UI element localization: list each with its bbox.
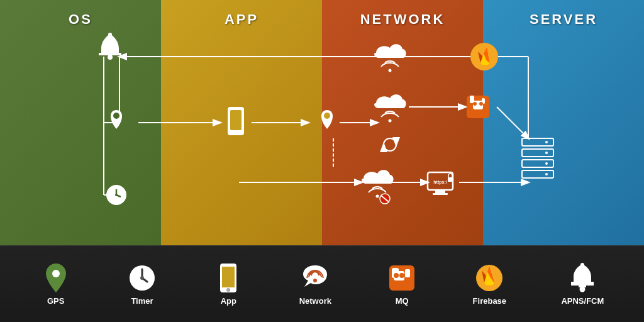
svg-point-58 <box>226 288 230 292</box>
col-os: OS <box>0 0 161 245</box>
legend-bar: GPS Timer App <box>0 245 644 322</box>
legend-item-gps: GPS <box>40 262 72 306</box>
col-os-header: OS <box>69 0 92 28</box>
legend-apns-icon-wrap <box>567 262 598 294</box>
svg-point-65 <box>399 273 404 278</box>
legend-mq-label: MQ <box>396 296 409 306</box>
svg-point-55 <box>140 276 144 280</box>
col-network-header: NETWORK <box>360 0 445 28</box>
col-server-header: SERVER <box>530 0 597 28</box>
apns-icon <box>569 263 596 293</box>
svg-point-59 <box>313 279 317 282</box>
col-app: APP <box>161 0 322 245</box>
svg-point-64 <box>394 273 399 278</box>
svg-point-51 <box>52 270 60 277</box>
network-icon <box>299 264 331 292</box>
legend-item-apns: APNS/FCM <box>561 262 604 306</box>
legend-network-label: Network <box>299 296 331 306</box>
legend-apns-label: APNS/FCM <box>561 296 604 306</box>
legend-mq-icon-wrap <box>386 262 418 294</box>
legend-app-icon-wrap <box>213 262 244 294</box>
mq-icon <box>388 264 416 292</box>
main-container: OS APP NETWORK SERVER <box>0 0 644 322</box>
legend-firebase-icon-wrap <box>474 262 505 294</box>
legend-item-mq: MQ <box>386 262 418 306</box>
legend-gps-icon-wrap <box>40 262 72 294</box>
legend-firebase-label: Firebase <box>473 296 506 306</box>
svg-point-68 <box>580 287 586 292</box>
legend-item-app: App <box>213 262 244 306</box>
legend-item-network: Network <box>299 262 331 306</box>
legend-item-firebase: Firebase <box>473 262 506 306</box>
firebase-legend-icon <box>475 264 503 292</box>
legend-timer-label: Timer <box>131 296 153 306</box>
col-network: NETWORK <box>322 0 483 245</box>
gps-icon <box>43 262 69 294</box>
svg-rect-63 <box>405 269 410 277</box>
diagram-area: OS APP NETWORK SERVER <box>0 0 644 245</box>
svg-rect-69 <box>580 263 584 268</box>
timer-icon <box>128 264 156 292</box>
col-app-header: APP <box>225 0 258 28</box>
app-icon <box>219 262 238 294</box>
svg-rect-57 <box>222 267 235 287</box>
col-server: SERVER <box>483 0 644 245</box>
legend-gps-label: GPS <box>47 296 64 306</box>
legend-timer-icon-wrap <box>126 262 158 294</box>
legend-item-timer: Timer <box>126 262 158 306</box>
legend-app-label: App <box>221 296 236 306</box>
legend-network-icon-wrap <box>299 262 331 294</box>
